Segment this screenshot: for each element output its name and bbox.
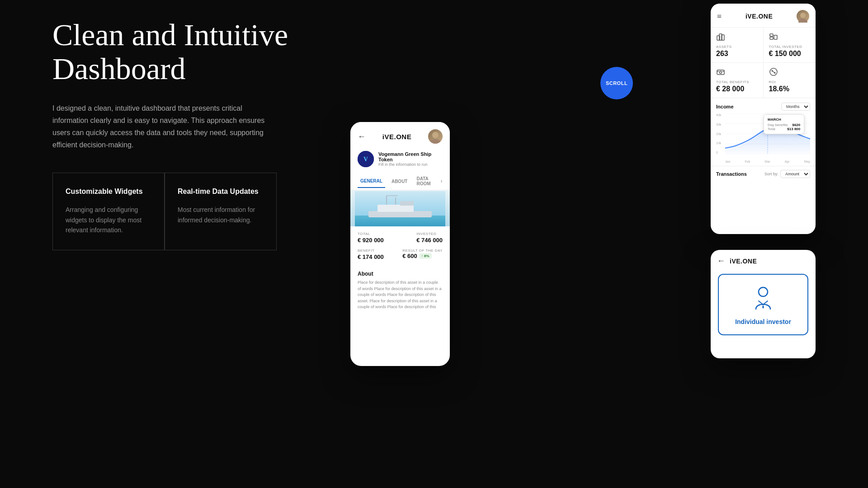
phone-back-icon[interactable]: ← [358,132,366,141]
y-label-0: 0 [716,151,725,154]
token-text: Vogemann Green Ship Token Fill in the in… [378,151,443,167]
chart-tooltip: MARCH Day benefits $620 Total $13 800 [764,114,804,134]
stats-row-2: BENEFIT € 174 000 RESULT OF THE DAY € 60… [358,249,443,261]
phone-mockup: ← iVE.ONE V Vogemann Green Ship Token Fi… [350,122,450,366]
feature-cards: Customizable Widgets Arranging and confi… [52,173,315,250]
y-label-40k: 40k [716,113,725,117]
months-selector[interactable]: Months [781,103,810,111]
feature-widget-desc: Arranging and configuring widgets to dis… [66,205,151,235]
phone-about-section: About Place for description of this asse… [350,271,450,310]
svg-rect-18 [770,37,773,39]
stat-benefit-label: BENEFIT [358,249,384,253]
invested-icon [769,32,778,41]
investor-card: ← iVE.ONE Individual investor [711,250,816,358]
dash-avatar [797,10,809,23]
hamburger-icon[interactable]: ≡ [717,12,722,21]
tooltip-day-benefits: Day benefits $620 [768,123,800,127]
dash-stat-assets: ASSETS 263 [711,28,763,62]
transactions-title: Transactions [716,171,747,177]
scroll-button[interactable]: SCROLL [600,67,633,99]
tab-dataroom[interactable]: DATA ROOM [414,173,437,190]
stat-invested-label: INVESTED [416,232,443,236]
sort-label: Sort by: [764,172,778,176]
inv-back-icon[interactable]: ← [717,256,725,266]
stat-benefit: BENEFIT € 174 000 [358,249,384,261]
x-label-feb: Feb [745,160,750,163]
phone-header: ← iVE.ONE [350,122,450,147]
svg-text:V: V [363,156,368,163]
svg-rect-7 [377,205,414,212]
inv-app-title: iVE.ONE [730,258,757,265]
dash-stat-roi: ROI 18.6% [764,63,816,98]
tooltip-day-value: $620 [792,123,800,127]
page-description: I designed a clean, intuitive dashboard … [52,102,278,151]
dash-stats-grid: ASSETS 263 TOTAL INVESTED € 150 000 TOTA… [711,27,816,98]
svg-rect-6 [368,211,432,217]
roi-icon [769,67,778,76]
benefits-label: TOTAL BENEFITS [716,80,758,84]
roi-label: ROI [769,80,811,84]
token-icon: V [358,151,374,167]
svg-rect-8 [400,201,414,206]
phone-tabs: GENERAL ABOUT DATA ROOM › [350,173,450,190]
stat-benefit-value: € 174 000 [358,253,384,260]
individual-investor-icon [749,284,778,313]
chart-y-axis: 40k 30k 20k 10k 0 [716,113,725,154]
x-label-may: May [804,160,810,163]
ship-svg [355,191,445,226]
tabs-arrow-icon: › [440,178,443,185]
dash-transactions-header: Transactions Sort by: Amount [716,170,810,178]
svg-point-13 [798,19,807,23]
tooltip-total: Total $13 800 [768,127,800,131]
stat-total: TOTAL € 920 000 [358,232,384,244]
tab-about[interactable]: ABOUT [389,175,410,188]
feature-card-widgets: Customizable Widgets Arranging and confi… [52,173,165,250]
phone-token-info: V Vogemann Green Ship Token Fill in the … [350,147,450,173]
invested-label: TOTAL INVESTED [769,45,811,49]
svg-point-26 [771,70,773,72]
sort-selector[interactable]: Amount [780,170,810,178]
x-label-jan: Jan [725,160,730,163]
phone-ship-image [350,190,450,226]
benefits-value: € 28 000 [716,85,758,93]
stat-total-label: TOTAL [358,232,384,236]
feature-card-realtime: Real-time Data Updates Most current info… [165,173,277,250]
dash-income-header: Income Months [716,103,810,111]
tooltip-day-label: Day benefits [768,123,788,127]
chart-x-axis: Jan Feb Mar Apr May [725,160,810,163]
dashboard-card: ≡ iVE.ONE ASSETS 263 [711,4,816,234]
tooltip-month: MARCH [768,117,800,122]
svg-point-1 [430,139,441,144]
tooltip-total-label: Total [768,127,775,131]
dash-income-section: Income Months 40k 30k 20k 10k 0 [711,98,816,166]
benefits-icon [716,67,725,76]
stats-row-1: TOTAL € 920 000 INVESTED € 746 000 [358,232,443,244]
investor-type-box[interactable]: Individual investor [718,274,808,335]
assets-label: ASSETS [716,45,758,49]
dash-header: ≡ iVE.ONE [711,4,816,27]
dash-stat-invested: TOTAL INVESTED € 150 000 [764,28,816,62]
svg-rect-17 [770,34,773,36]
dash-stat-benefits: TOTAL BENEFITS € 28 000 [711,63,763,98]
phone-avatar [428,129,443,144]
svg-point-0 [432,132,439,138]
investor-type-label: Individual investor [735,318,791,325]
left-section: Clean and Intuitive Dashboard I designed… [52,18,315,250]
stat-invested-value: € 746 000 [416,237,443,244]
income-title: Income [716,104,734,109]
dash-transactions-section: Transactions Sort by: Amount [711,166,816,181]
scroll-label: SCROLL [606,80,627,86]
invested-value: € 150 000 [769,50,811,58]
svg-point-27 [774,72,775,74]
tab-general[interactable]: GENERAL [358,175,385,188]
result-badge: ↑ 8% [419,253,432,259]
x-label-mar: Mar [765,160,770,163]
x-label-apr: Apr [785,160,790,163]
stat-invested: INVESTED € 746 000 [416,232,443,244]
assets-icon [716,32,725,41]
stat-result-value: € 600 ↑ 8% [402,253,443,259]
phone-stats: TOTAL € 920 000 INVESTED € 746 000 BENEF… [350,226,450,271]
y-label-10k: 10k [716,141,725,145]
y-label-20k: 20k [716,132,725,136]
assets-value: 263 [716,50,758,58]
